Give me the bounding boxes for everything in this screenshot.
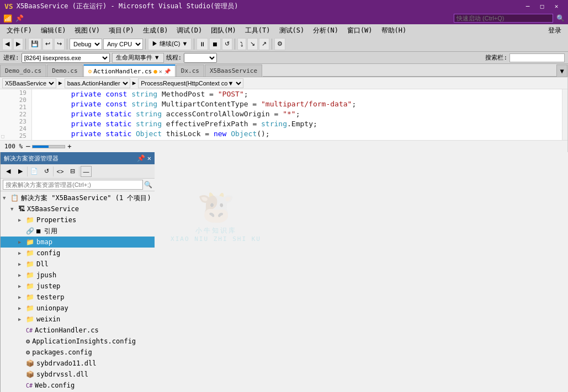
- se-search-bar: 🔍: [1, 179, 155, 191]
- vs-icon: VS: [4, 2, 13, 10]
- menu-analyze[interactable]: 分析(N): [309, 25, 343, 36]
- breadcrumb-method[interactable]: ProcessRequest(HttpContext co▼: [138, 78, 243, 88]
- minimize-button[interactable]: ─: [521, 1, 535, 11]
- restart-button[interactable]: ↺: [222, 38, 232, 50]
- title-text: X5BaasService (正在运行) - Microsoft Visual …: [17, 2, 521, 11]
- breadcrumb-namespace[interactable]: X5BaasService: [2, 78, 56, 88]
- maximize-button[interactable]: □: [535, 1, 549, 11]
- signal-icon: 📶: [3, 14, 12, 23]
- menu-test[interactable]: 测试(S): [275, 25, 309, 36]
- tree-item[interactable]: ▶📁unionpay: [1, 303, 155, 314]
- se-pin-button[interactable]: 📌: [137, 154, 145, 162]
- breadcrumb-class[interactable]: baas.ActionHandler: [65, 78, 130, 88]
- tree-item[interactable]: ▶📁jpush: [1, 270, 155, 281]
- tab-demo[interactable]: Demo.cs: [47, 65, 82, 77]
- tree-item[interactable]: 📦sybdrvado11.dll: [1, 358, 155, 369]
- zoom-slider[interactable]: [32, 145, 65, 148]
- tree-item[interactable]: ▶📁Dll: [1, 259, 155, 270]
- se-properties-button[interactable]: 📄: [29, 166, 40, 177]
- se-collapse-button[interactable]: —: [81, 166, 92, 177]
- search-bar-label: 搜索栏:: [485, 53, 507, 62]
- menu-team[interactable]: 团队(M): [206, 25, 241, 36]
- save-button[interactable]: 💾: [28, 38, 41, 50]
- se-toolbar: ◀ ▶ 📄 ↺ <> ⊟ —: [1, 164, 155, 179]
- tab-x5baasservice[interactable]: X5BaasService: [205, 65, 262, 77]
- pin-icon: 📌: [15, 14, 24, 22]
- tree-item[interactable]: ▶📁weixin: [1, 314, 155, 325]
- breakpoints-button[interactable]: ⚙: [274, 38, 285, 50]
- se-close-button[interactable]: ✕: [147, 154, 151, 162]
- cpu-select[interactable]: Any CPU: [103, 39, 143, 50]
- menu-edit[interactable]: 编辑(E): [36, 25, 71, 36]
- pause-button[interactable]: ⏸: [197, 38, 208, 50]
- menu-file[interactable]: 文件(F): [2, 25, 36, 36]
- tab-dropdown-button[interactable]: ▼: [556, 65, 567, 77]
- se-back-button[interactable]: ◀: [3, 166, 14, 177]
- code-editor[interactable]: private const string MethodPost = "POST"…: [32, 89, 562, 140]
- process-select[interactable]: [8264] iisexpress.exe: [22, 53, 110, 63]
- close-button[interactable]: ✕: [549, 1, 564, 11]
- menu-debug[interactable]: 调试(D): [172, 25, 206, 36]
- tree-item[interactable]: ▶📁justep: [1, 281, 155, 292]
- se-filter-button[interactable]: ⊟: [67, 166, 78, 177]
- zoom-percent: 100 %: [4, 143, 23, 150]
- step-out-button[interactable]: ↗: [259, 38, 269, 50]
- continue-button[interactable]: ▶ 继续(C) ▼: [148, 38, 192, 50]
- se-refresh-button[interactable]: ↺: [41, 166, 52, 177]
- zoom-in-button[interactable]: +: [67, 143, 71, 151]
- code-panel: Demo_do.cs Demo.cs ⚙ ActionHandler.cs ● …: [0, 64, 568, 152]
- step-into-button[interactable]: ↘: [247, 38, 258, 50]
- tree-item[interactable]: ⚙packages.config: [1, 347, 155, 358]
- process-bar: 进程: [8264] iisexpress.exe 生命周期事件 ▼ 线程: 搜…: [0, 52, 568, 64]
- redo-button[interactable]: ↪: [54, 38, 65, 50]
- tab-dx[interactable]: Dx.cs: [176, 65, 204, 77]
- tree-item[interactable]: ▶📁testerp: [1, 292, 155, 303]
- tree-item[interactable]: C#ActionHandler.cs: [1, 325, 155, 336]
- tree-item[interactable]: ▼📋解决方案 "X5BaasService" (1 个项目): [1, 192, 155, 203]
- se-search-input[interactable]: [3, 180, 143, 190]
- tab-actionhandler[interactable]: ⚙ ActionHandler.cs ● ✕ 📌: [83, 65, 176, 77]
- tree-item[interactable]: ▶📁config: [1, 248, 155, 259]
- code-scrollbar[interactable]: [562, 89, 567, 140]
- process-label: 进程:: [3, 53, 19, 62]
- quick-launch-bar: 📶 📌 🔍: [0, 12, 568, 24]
- tree-item[interactable]: ▶📁bmap: [1, 237, 155, 248]
- lifecycle-button[interactable]: 生命周期事件 ▼: [112, 53, 164, 63]
- se-tree: ▼📋解决方案 "X5BaasService" (1 个项目)▼🏗X5BaasSe…: [1, 191, 155, 392]
- tree-item[interactable]: C#Web.config: [1, 380, 155, 391]
- stop-button[interactable]: ⏹: [209, 38, 221, 50]
- tab-demo-do[interactable]: Demo_do.cs: [0, 65, 46, 77]
- tab-bar: Demo_do.cs Demo.cs ⚙ ActionHandler.cs ● …: [0, 64, 567, 77]
- se-search-icon: 🔍: [144, 181, 152, 189]
- menu-window[interactable]: 窗口(W): [343, 25, 377, 36]
- se-forward-button[interactable]: ▶: [15, 166, 26, 177]
- thread-label: 线程:: [166, 53, 182, 62]
- step-over-button[interactable]: ⤵: [237, 38, 246, 50]
- search-bar-input[interactable]: [509, 53, 565, 62]
- forward-button[interactable]: ▶: [13, 38, 23, 50]
- tree-item[interactable]: ▼🏗X5BaasService: [1, 203, 155, 214]
- tree-item[interactable]: 📦sybdrvssl.dll: [1, 369, 155, 380]
- quick-launch-input[interactable]: [454, 14, 553, 23]
- menu-build[interactable]: 生成(B): [139, 25, 173, 36]
- menu-tools[interactable]: 工具(T): [241, 25, 275, 36]
- undo-button[interactable]: ↩: [43, 38, 53, 50]
- menu-view[interactable]: 视图(V): [70, 25, 104, 36]
- tree-item[interactable]: 🔗■ 引用: [1, 225, 155, 237]
- debug-config-select[interactable]: Debug: [70, 39, 102, 50]
- tree-item[interactable]: ▶📁Properties: [1, 214, 155, 225]
- line-gutter: 192021222324□2526272829□30313233□3435363…: [0, 89, 32, 140]
- thread-select[interactable]: [184, 53, 217, 63]
- search-icon: 🔍: [556, 14, 565, 22]
- menu-project[interactable]: 项目(P): [104, 25, 139, 36]
- editor-status-bar: 100 % ─ +: [0, 140, 567, 152]
- back-button[interactable]: ◀: [2, 38, 12, 50]
- menu-help[interactable]: 帮助(H): [377, 25, 411, 36]
- login-button[interactable]: 登录: [544, 25, 566, 36]
- se-code-button[interactable]: <>: [55, 166, 66, 177]
- zoom-out-button[interactable]: ─: [26, 143, 30, 151]
- tab-close-icon[interactable]: ✕: [159, 68, 162, 74]
- menu-bar: 文件(F) 编辑(E) 视图(V) 项目(P) 生成(B) 调试(D) 团队(M…: [0, 24, 568, 36]
- tab-pin-icon[interactable]: 📌: [164, 68, 171, 74]
- tree-item[interactable]: ⚙ApplicationInsights.config: [1, 336, 155, 347]
